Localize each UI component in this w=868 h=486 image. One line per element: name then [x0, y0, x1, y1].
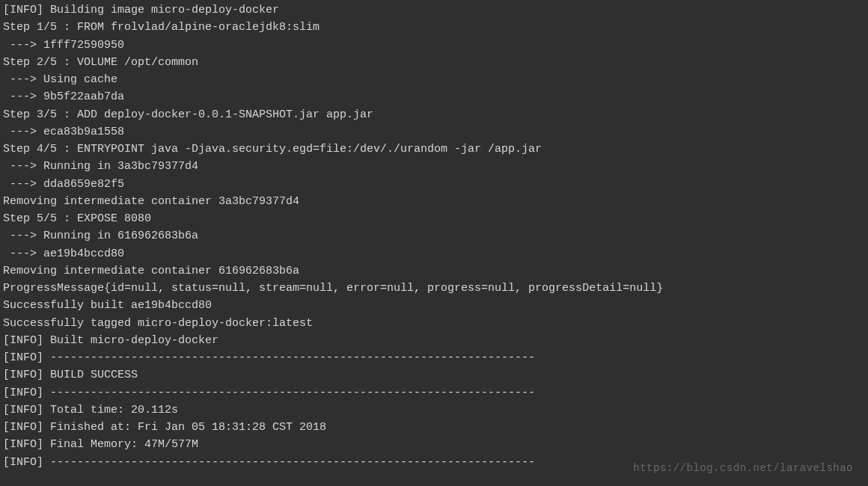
- terminal-line: Step 2/5 : VOLUME /opt/common: [3, 54, 865, 71]
- terminal-line: [INFO] Final Memory: 47M/577M: [3, 436, 865, 453]
- terminal-line: [INFO] ---------------------------------…: [3, 384, 865, 402]
- terminal-line: ---> Running in 3a3bc79377d4: [3, 158, 865, 175]
- terminal-line: [INFO] BUILD SUCCESS: [3, 366, 865, 384]
- terminal-line: Step 5/5 : EXPOSE 8080: [3, 210, 865, 227]
- terminal-line: Successfully tagged micro-deploy-docker:…: [3, 315, 865, 332]
- terminal-line: ---> 1fff72590950: [3, 37, 865, 54]
- terminal-line: Step 4/5 : ENTRYPOINT java -Djava.securi…: [3, 141, 865, 158]
- terminal-line: [INFO] Finished at: Fri Jan 05 18:31:28 …: [3, 419, 865, 436]
- terminal-line: Successfully built ae19b4bccd80: [3, 297, 865, 314]
- terminal-line: [INFO] Built micro-deploy-docker: [3, 332, 865, 349]
- terminal-output: [INFO] Building image micro-deploy-docke…: [3, 1, 865, 471]
- terminal-line: Removing intermediate container 3a3bc793…: [3, 193, 865, 210]
- terminal-line: ProgressMessage{id=null, status=null, st…: [3, 280, 865, 297]
- terminal-line: Step 1/5 : FROM frolvlad/alpine-oraclejd…: [3, 19, 865, 36]
- terminal-line: [INFO] Total time: 20.112s: [3, 402, 865, 419]
- terminal-line: ---> Using cache: [3, 71, 865, 88]
- terminal-line: Removing intermediate container 61696268…: [3, 262, 865, 280]
- terminal-line: Step 3/5 : ADD deploy-docker-0.0.1-SNAPS…: [3, 106, 865, 123]
- terminal-line: ---> dda8659e82f5: [3, 176, 865, 193]
- terminal-line: ---> ae19b4bccd80: [3, 245, 865, 262]
- terminal-line: ---> eca83b9a1558: [3, 123, 865, 141]
- watermark-text: https://blog.csdn.net/laravelshao: [633, 461, 853, 477]
- terminal-line: [INFO] Building image micro-deploy-docke…: [3, 1, 865, 19]
- terminal-line: [INFO] ---------------------------------…: [3, 349, 865, 366]
- terminal-line: ---> 9b5f22aab7da: [3, 88, 865, 105]
- terminal-line: ---> Running in 616962683b6a: [3, 227, 865, 244]
